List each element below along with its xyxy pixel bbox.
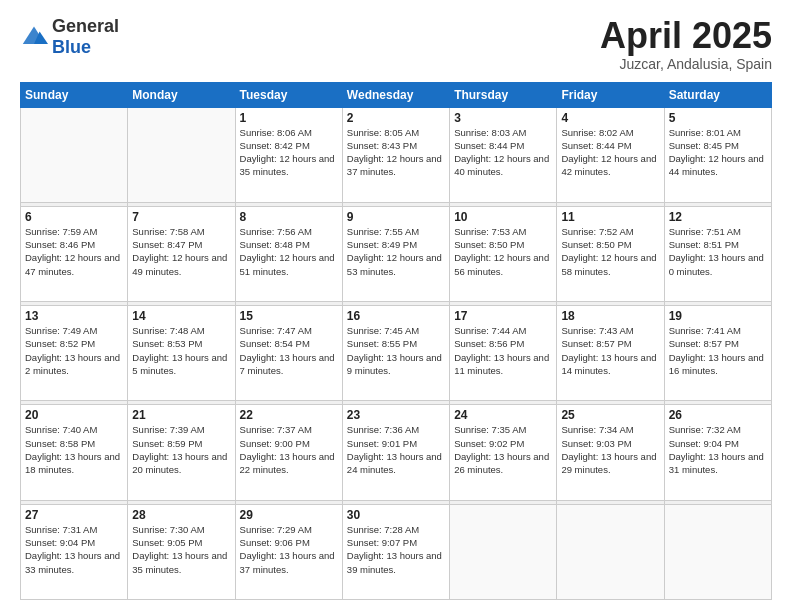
day-number: 7 bbox=[132, 210, 230, 224]
calendar-cell: 5Sunrise: 8:01 AMSunset: 8:45 PMDaylight… bbox=[664, 107, 771, 202]
day-number: 22 bbox=[240, 408, 338, 422]
day-info: Sunrise: 7:43 AMSunset: 8:57 PMDaylight:… bbox=[561, 324, 659, 377]
day-info: Sunrise: 7:47 AMSunset: 8:54 PMDaylight:… bbox=[240, 324, 338, 377]
calendar-cell: 21Sunrise: 7:39 AMSunset: 8:59 PMDayligh… bbox=[128, 405, 235, 500]
day-info: Sunrise: 7:45 AMSunset: 8:55 PMDaylight:… bbox=[347, 324, 445, 377]
calendar-cell: 23Sunrise: 7:36 AMSunset: 9:01 PMDayligh… bbox=[342, 405, 449, 500]
day-number: 18 bbox=[561, 309, 659, 323]
day-info: Sunrise: 7:34 AMSunset: 9:03 PMDaylight:… bbox=[561, 423, 659, 476]
day-info: Sunrise: 8:03 AMSunset: 8:44 PMDaylight:… bbox=[454, 126, 552, 179]
day-number: 14 bbox=[132, 309, 230, 323]
col-sunday: Sunday bbox=[21, 82, 128, 107]
col-monday: Monday bbox=[128, 82, 235, 107]
logo: General Blue bbox=[20, 16, 119, 58]
day-number: 12 bbox=[669, 210, 767, 224]
calendar-cell: 10Sunrise: 7:53 AMSunset: 8:50 PMDayligh… bbox=[450, 206, 557, 301]
calendar-week-row: 6Sunrise: 7:59 AMSunset: 8:46 PMDaylight… bbox=[21, 206, 772, 301]
calendar-cell: 18Sunrise: 7:43 AMSunset: 8:57 PMDayligh… bbox=[557, 306, 664, 401]
day-number: 29 bbox=[240, 508, 338, 522]
day-info: Sunrise: 7:59 AMSunset: 8:46 PMDaylight:… bbox=[25, 225, 123, 278]
calendar-week-row: 13Sunrise: 7:49 AMSunset: 8:52 PMDayligh… bbox=[21, 306, 772, 401]
day-info: Sunrise: 7:37 AMSunset: 9:00 PMDaylight:… bbox=[240, 423, 338, 476]
day-number: 10 bbox=[454, 210, 552, 224]
day-number: 4 bbox=[561, 111, 659, 125]
calendar-cell: 2Sunrise: 8:05 AMSunset: 8:43 PMDaylight… bbox=[342, 107, 449, 202]
logo-text: General Blue bbox=[52, 16, 119, 58]
calendar-cell: 14Sunrise: 7:48 AMSunset: 8:53 PMDayligh… bbox=[128, 306, 235, 401]
day-info: Sunrise: 7:35 AMSunset: 9:02 PMDaylight:… bbox=[454, 423, 552, 476]
calendar-cell: 27Sunrise: 7:31 AMSunset: 9:04 PMDayligh… bbox=[21, 504, 128, 599]
header: General Blue April 2025 Juzcar, Andalusi… bbox=[20, 16, 772, 72]
day-number: 5 bbox=[669, 111, 767, 125]
day-info: Sunrise: 8:01 AMSunset: 8:45 PMDaylight:… bbox=[669, 126, 767, 179]
day-info: Sunrise: 7:56 AMSunset: 8:48 PMDaylight:… bbox=[240, 225, 338, 278]
day-number: 21 bbox=[132, 408, 230, 422]
day-info: Sunrise: 7:55 AMSunset: 8:49 PMDaylight:… bbox=[347, 225, 445, 278]
calendar-cell: 3Sunrise: 8:03 AMSunset: 8:44 PMDaylight… bbox=[450, 107, 557, 202]
col-wednesday: Wednesday bbox=[342, 82, 449, 107]
logo-general: General bbox=[52, 16, 119, 36]
calendar-cell: 17Sunrise: 7:44 AMSunset: 8:56 PMDayligh… bbox=[450, 306, 557, 401]
calendar-week-row: 1Sunrise: 8:06 AMSunset: 8:42 PMDaylight… bbox=[21, 107, 772, 202]
day-number: 2 bbox=[347, 111, 445, 125]
calendar-cell bbox=[21, 107, 128, 202]
day-number: 30 bbox=[347, 508, 445, 522]
calendar-cell: 24Sunrise: 7:35 AMSunset: 9:02 PMDayligh… bbox=[450, 405, 557, 500]
page: General Blue April 2025 Juzcar, Andalusi… bbox=[0, 0, 792, 612]
day-info: Sunrise: 7:51 AMSunset: 8:51 PMDaylight:… bbox=[669, 225, 767, 278]
day-info: Sunrise: 7:31 AMSunset: 9:04 PMDaylight:… bbox=[25, 523, 123, 576]
day-number: 9 bbox=[347, 210, 445, 224]
col-thursday: Thursday bbox=[450, 82, 557, 107]
day-info: Sunrise: 7:39 AMSunset: 8:59 PMDaylight:… bbox=[132, 423, 230, 476]
day-info: Sunrise: 7:29 AMSunset: 9:06 PMDaylight:… bbox=[240, 523, 338, 576]
title-section: April 2025 Juzcar, Andalusia, Spain bbox=[600, 16, 772, 72]
day-number: 23 bbox=[347, 408, 445, 422]
day-number: 13 bbox=[25, 309, 123, 323]
day-number: 25 bbox=[561, 408, 659, 422]
calendar-cell bbox=[664, 504, 771, 599]
day-number: 24 bbox=[454, 408, 552, 422]
calendar-cell: 13Sunrise: 7:49 AMSunset: 8:52 PMDayligh… bbox=[21, 306, 128, 401]
day-info: Sunrise: 7:58 AMSunset: 8:47 PMDaylight:… bbox=[132, 225, 230, 278]
calendar-cell bbox=[450, 504, 557, 599]
calendar-week-row: 27Sunrise: 7:31 AMSunset: 9:04 PMDayligh… bbox=[21, 504, 772, 599]
col-tuesday: Tuesday bbox=[235, 82, 342, 107]
day-info: Sunrise: 7:36 AMSunset: 9:01 PMDaylight:… bbox=[347, 423, 445, 476]
calendar-cell: 25Sunrise: 7:34 AMSunset: 9:03 PMDayligh… bbox=[557, 405, 664, 500]
calendar-cell: 20Sunrise: 7:40 AMSunset: 8:58 PMDayligh… bbox=[21, 405, 128, 500]
col-saturday: Saturday bbox=[664, 82, 771, 107]
day-info: Sunrise: 8:06 AMSunset: 8:42 PMDaylight:… bbox=[240, 126, 338, 179]
day-info: Sunrise: 7:48 AMSunset: 8:53 PMDaylight:… bbox=[132, 324, 230, 377]
calendar-header-row: Sunday Monday Tuesday Wednesday Thursday… bbox=[21, 82, 772, 107]
month-title: April 2025 bbox=[600, 16, 772, 56]
calendar-cell: 7Sunrise: 7:58 AMSunset: 8:47 PMDaylight… bbox=[128, 206, 235, 301]
calendar-cell: 4Sunrise: 8:02 AMSunset: 8:44 PMDaylight… bbox=[557, 107, 664, 202]
day-number: 8 bbox=[240, 210, 338, 224]
day-info: Sunrise: 7:30 AMSunset: 9:05 PMDaylight:… bbox=[132, 523, 230, 576]
day-info: Sunrise: 7:40 AMSunset: 8:58 PMDaylight:… bbox=[25, 423, 123, 476]
day-number: 20 bbox=[25, 408, 123, 422]
calendar-cell: 6Sunrise: 7:59 AMSunset: 8:46 PMDaylight… bbox=[21, 206, 128, 301]
day-number: 6 bbox=[25, 210, 123, 224]
calendar-week-row: 20Sunrise: 7:40 AMSunset: 8:58 PMDayligh… bbox=[21, 405, 772, 500]
calendar-cell: 28Sunrise: 7:30 AMSunset: 9:05 PMDayligh… bbox=[128, 504, 235, 599]
day-info: Sunrise: 7:53 AMSunset: 8:50 PMDaylight:… bbox=[454, 225, 552, 278]
day-number: 28 bbox=[132, 508, 230, 522]
location: Juzcar, Andalusia, Spain bbox=[600, 56, 772, 72]
col-friday: Friday bbox=[557, 82, 664, 107]
calendar-cell: 12Sunrise: 7:51 AMSunset: 8:51 PMDayligh… bbox=[664, 206, 771, 301]
calendar-table: Sunday Monday Tuesday Wednesday Thursday… bbox=[20, 82, 772, 600]
calendar-cell: 26Sunrise: 7:32 AMSunset: 9:04 PMDayligh… bbox=[664, 405, 771, 500]
calendar-cell: 16Sunrise: 7:45 AMSunset: 8:55 PMDayligh… bbox=[342, 306, 449, 401]
calendar-cell: 8Sunrise: 7:56 AMSunset: 8:48 PMDaylight… bbox=[235, 206, 342, 301]
calendar-cell: 1Sunrise: 8:06 AMSunset: 8:42 PMDaylight… bbox=[235, 107, 342, 202]
logo-blue: Blue bbox=[52, 37, 91, 57]
calendar-cell: 19Sunrise: 7:41 AMSunset: 8:57 PMDayligh… bbox=[664, 306, 771, 401]
day-number: 15 bbox=[240, 309, 338, 323]
calendar-cell: 22Sunrise: 7:37 AMSunset: 9:00 PMDayligh… bbox=[235, 405, 342, 500]
day-number: 27 bbox=[25, 508, 123, 522]
day-info: Sunrise: 7:28 AMSunset: 9:07 PMDaylight:… bbox=[347, 523, 445, 576]
day-info: Sunrise: 7:44 AMSunset: 8:56 PMDaylight:… bbox=[454, 324, 552, 377]
day-number: 11 bbox=[561, 210, 659, 224]
day-info: Sunrise: 7:41 AMSunset: 8:57 PMDaylight:… bbox=[669, 324, 767, 377]
